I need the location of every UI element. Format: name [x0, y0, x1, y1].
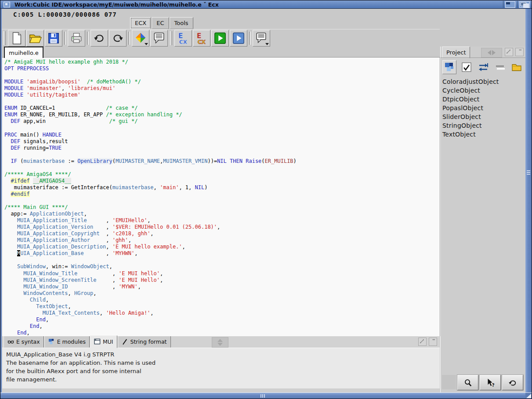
- code-line[interactable]: SubWindow, win:= WindowObject,: [4, 263, 440, 270]
- code-line[interactable]: MUIA_Application_Version , '$VER: EMUIHe…: [4, 224, 440, 230]
- code-line[interactable]: MUIA_Application_Base , 'MYHWN',: [4, 250, 440, 257]
- bottom-border-handle[interactable]: [261, 394, 265, 398]
- notes-button[interactable]: [253, 30, 270, 47]
- lines-button[interactable]: [493, 61, 507, 74]
- list-item[interactable]: PopaslObject: [442, 104, 524, 112]
- code-line[interactable]: MODULE 'amigaLib/boopsi' /* doMethodA() …: [4, 79, 440, 85]
- transfer-button[interactable]: [477, 61, 490, 74]
- code-line[interactable]: IF (muimasterbase := OpenLibrary(MUIMAST…: [4, 158, 440, 165]
- code-line[interactable]: muimasteriface := GetInterface(muimaster…: [4, 184, 440, 191]
- save-button[interactable]: [45, 30, 62, 47]
- code-line[interactable]: [4, 151, 440, 158]
- tab-string-format[interactable]: String format: [118, 336, 171, 348]
- window-border-bottom[interactable]: [0, 392, 532, 399]
- tab-mui[interactable]: MUI: [90, 335, 117, 348]
- code-line[interactable]: [4, 125, 440, 131]
- code-line[interactable]: app:= ApplicationObject,: [4, 211, 440, 217]
- tab-tools[interactable]: Tools: [170, 17, 193, 29]
- code-line[interactable]: [4, 165, 440, 171]
- context-help-button[interactable]: [480, 375, 501, 390]
- open-button[interactable]: [26, 30, 44, 47]
- panel-updown-widget[interactable]: [212, 337, 228, 348]
- expand-project-button[interactable]: [505, 48, 513, 56]
- code-line[interactable]: MUIA_Text_Contents, 'Hello Amiga!',: [4, 310, 440, 316]
- minimize-panel-button[interactable]: [429, 338, 437, 346]
- code-line[interactable]: [4, 98, 440, 105]
- code-line[interactable]: PROC main() HANDLE: [4, 132, 440, 138]
- run-button[interactable]: [211, 30, 229, 47]
- tab-e-syntax[interactable]: E syntax: [4, 336, 44, 348]
- code-line[interactable]: MUIA_Window_ScreenTitle , 'E MUI Hello',: [4, 277, 440, 284]
- code-line[interactable]: #ifdef __AMIGAOS4__: [4, 178, 440, 184]
- tab-project[interactable]: Project: [442, 47, 470, 58]
- compile-ecx-error-button[interactable]: [193, 30, 210, 47]
- code-line[interactable]: ENUM ER_NONE, ER_MUILIB, ER_APP /* excep…: [4, 111, 440, 118]
- code-editor[interactable]: /* AmigaE MUI hello example ghh 2018 */O…: [2, 57, 440, 336]
- code-line[interactable]: MUIA_Application_Author , 'ghh',: [4, 237, 440, 244]
- undo-button[interactable]: [90, 30, 108, 47]
- palette-button[interactable]: [132, 30, 149, 47]
- list-item[interactable]: TextObject: [442, 130, 524, 139]
- code-line[interactable]: OPT PREPROCESS: [4, 65, 440, 72]
- folder-button[interactable]: [510, 61, 523, 74]
- run-debug-button[interactable]: [230, 30, 247, 47]
- code-line[interactable]: MUIA_Window_ID , 'MYWN',: [4, 284, 440, 290]
- code-area[interactable]: /* AmigaE MUI hello example ghh 2018 */O…: [2, 58, 440, 336]
- code-line[interactable]: [4, 257, 440, 263]
- code-line[interactable]: Child,: [4, 297, 440, 303]
- pen-icon: [122, 338, 128, 345]
- resize-corner[interactable]: [525, 393, 532, 399]
- code-line[interactable]: MUIA_Application_Description, 'E MUI hel…: [4, 244, 440, 250]
- search-button[interactable]: [457, 375, 478, 390]
- code-line[interactable]: End,: [4, 316, 440, 323]
- panel-leftright-widget[interactable]: [481, 48, 502, 58]
- zoom-gadget[interactable]: [505, 1, 515, 8]
- tab-e-modules[interactable]: E modules: [44, 336, 90, 348]
- code-line[interactable]: End,: [4, 323, 440, 330]
- revert-button[interactable]: [502, 375, 523, 390]
- code-line[interactable]: MUIA_Application_Copyright , 'c2018, ghh…: [4, 230, 440, 237]
- code-line[interactable]: /**** Main GUI ****/: [4, 204, 440, 211]
- code-line[interactable]: ENUM ID_CANCEL=1 /* case */: [4, 105, 440, 111]
- revert-icon: [508, 378, 518, 388]
- list-item[interactable]: StringObject: [442, 121, 524, 130]
- titlebar-separator: [517, 1, 518, 8]
- expand-panel-button[interactable]: [418, 338, 427, 346]
- list-item[interactable]: DtpicObject: [442, 95, 524, 104]
- code-line[interactable]: #endif: [4, 191, 440, 198]
- new-button[interactable]: [8, 30, 25, 47]
- code-line[interactable]: End,: [4, 330, 440, 336]
- window-border-right[interactable]: [525, 9, 532, 392]
- code-line[interactable]: DEF signals,result: [4, 138, 440, 145]
- list-item[interactable]: ColoradjustObject: [442, 77, 524, 86]
- tab-ec[interactable]: EC: [152, 17, 169, 29]
- code-line[interactable]: [4, 198, 440, 204]
- code-line[interactable]: DEF running=TRUE: [4, 145, 440, 151]
- list-item[interactable]: SliderObject: [442, 112, 524, 121]
- print-button[interactable]: [68, 30, 85, 47]
- file-tab[interactable]: muihello.e: [4, 47, 43, 58]
- code-line[interactable]: TextObject,: [4, 303, 440, 310]
- minimize-project-button[interactable]: [515, 48, 524, 56]
- compile-ecx-button[interactable]: [174, 30, 192, 47]
- code-line[interactable]: MODULE 'utility/tagitem': [4, 92, 440, 98]
- code-line[interactable]: MUIA_Application_Title , 'EMUIHello',: [4, 217, 440, 224]
- tab-ecx[interactable]: ECX: [130, 17, 151, 29]
- code-line[interactable]: /* AmigaE MUI hello example ghh 2018 */: [4, 59, 440, 65]
- check-button[interactable]: [460, 61, 473, 74]
- depth-gadget[interactable]: [519, 1, 530, 8]
- comment-button[interactable]: [150, 30, 168, 47]
- code-line[interactable]: MODULE 'muimaster', 'libraries/mui': [4, 85, 440, 92]
- doc-panel: MUIA_Application_Base V4 i.g STRPTRThe b…: [2, 348, 440, 389]
- redo-button[interactable]: [109, 30, 127, 47]
- code-line[interactable]: DEF app,win /* gui */: [4, 118, 440, 125]
- code-line[interactable]: WindowContents, HGroup,: [4, 290, 440, 297]
- titlebar[interactable]: Work:Cubic IDE/workspace/myE/muiweb/muih…: [0, 0, 532, 9]
- blocks-button[interactable]: [442, 60, 456, 74]
- close-gadget[interactable]: [4, 2, 10, 7]
- code-line[interactable]: MUIA_Window_Title , 'E MUI hello',: [4, 270, 440, 277]
- code-line[interactable]: [4, 72, 440, 79]
- right-border-handle[interactable]: [527, 170, 530, 175]
- code-line[interactable]: /***** AmigaOS4 ****/: [4, 171, 440, 178]
- list-item[interactable]: CycleObject: [442, 86, 524, 95]
